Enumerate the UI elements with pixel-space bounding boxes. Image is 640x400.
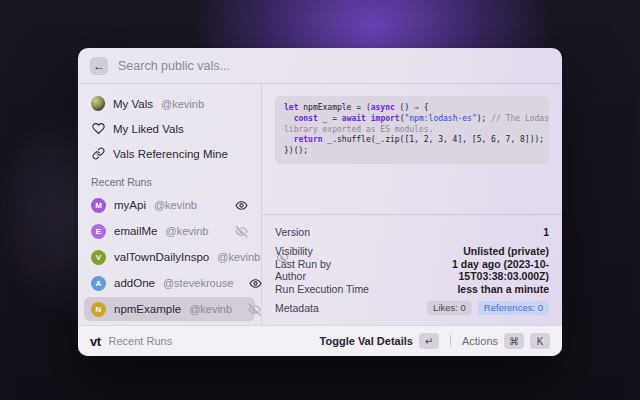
recent-runs-heading: Recent Runs xyxy=(91,176,248,188)
user-handle: @kevinb xyxy=(165,225,208,237)
val-avatar: V xyxy=(91,250,106,265)
code-line: let npmExample = (async () ⇒ { xyxy=(284,103,540,114)
valtown-logo: vt xyxy=(90,334,101,349)
eye-off-icon xyxy=(248,303,261,316)
footer-context-label: Recent Runs xyxy=(109,335,173,347)
detail-row-metadata: MetadataLikes: 0References: 0 xyxy=(275,298,549,317)
val-avatar: M xyxy=(91,198,106,213)
code-line: return _.shuffle(_.zip([1, 2, 3, 4], [5,… xyxy=(284,135,540,146)
val-details-table: Version1VisibilityUnlisted (private)Last… xyxy=(262,214,562,325)
code-line: })(); xyxy=(284,146,540,157)
detail-value: 1 day ago (2023-10-15T03:38:03.000Z) xyxy=(363,258,549,282)
val-name: npmExample xyxy=(114,303,181,315)
user-handle: @kevinb xyxy=(161,98,204,110)
detail-value: Unlisted (private) xyxy=(463,245,549,257)
val-detail-panel: let npmExample = (async () ⇒ { const _ =… xyxy=(262,84,562,325)
actions-label: Actions xyxy=(462,335,498,347)
code-preview: let npmExample = (async () ⇒ { const _ =… xyxy=(275,96,549,164)
heart-icon xyxy=(91,122,105,136)
sidebar-item-vals-referencing-mine[interactable]: Vals Referencing Mine xyxy=(84,141,255,166)
sidebar-item-label: My Vals xyxy=(113,98,153,110)
command-palette-window: ← My Vals@kevinbMy Liked ValsVals Refere… xyxy=(78,48,562,356)
recent-run-item-valTownDailyInspo[interactable]: VvalTownDailyInspo@kevinb xyxy=(84,245,255,269)
sidebar-item-label: Vals Referencing Mine xyxy=(113,148,228,160)
eye-icon xyxy=(249,277,262,290)
detail-label: Last Run by Author xyxy=(275,258,363,282)
recent-run-item-npmExample[interactable]: NnpmExample@kevinb xyxy=(84,297,255,321)
val-name: valTownDailyInspo xyxy=(114,251,209,263)
recent-run-item-myApi[interactable]: MmyApi@kevinb xyxy=(84,193,255,217)
detail-value: less than a minute xyxy=(457,283,549,295)
search-input[interactable] xyxy=(118,59,550,73)
sidebar-item-label: My Liked Vals xyxy=(113,123,184,135)
actions-button[interactable]: Actions ⌘ K xyxy=(462,333,550,349)
references-badge[interactable]: References: 0 xyxy=(478,301,549,315)
command-key-icon: ⌘ xyxy=(504,333,524,349)
val-name: emailMe xyxy=(114,225,157,237)
val-avatar: N xyxy=(91,302,106,317)
detail-label: Metadata xyxy=(275,302,319,314)
code-line: library exported as ES modules. xyxy=(284,125,540,136)
user-handle: @stevekrouse xyxy=(163,277,233,289)
detail-row-version: Version1 xyxy=(275,222,549,241)
search-bar: ← xyxy=(78,48,562,84)
code-line: const _ = await import("npm:lodash-es");… xyxy=(284,114,540,125)
val-avatar: A xyxy=(91,276,106,291)
recent-runs-list: MmyApi@kevinbEemailMe@kevinbVvalTownDail… xyxy=(84,193,255,323)
sidebar: My Vals@kevinbMy Liked ValsVals Referenc… xyxy=(78,84,262,325)
user-handle: @kevinb xyxy=(154,199,197,211)
detail-value: 1 xyxy=(543,226,549,238)
footer-bar: vt Recent Runs Toggle Val Details ↵ Acti… xyxy=(78,325,562,356)
val-name: addOne xyxy=(114,277,155,289)
toggle-val-details-button[interactable]: Toggle Val Details ↵ xyxy=(320,333,439,349)
main-area: My Vals@kevinbMy Liked ValsVals Referenc… xyxy=(78,84,562,325)
recent-run-item-emailMe[interactable]: EemailMe@kevinb xyxy=(84,219,255,243)
likes-badge: Likes: 0 xyxy=(427,301,472,315)
sidebar-item-my-liked-vals[interactable]: My Liked Vals xyxy=(84,116,255,141)
val-name: myApi xyxy=(114,199,146,211)
detail-row-last-run-by-author: Last Run by Author1 day ago (2023-10-15T… xyxy=(275,260,549,279)
back-arrow-icon: ← xyxy=(93,59,105,73)
link-icon xyxy=(91,147,105,161)
eye-off-icon xyxy=(235,225,248,238)
enter-key-icon: ↵ xyxy=(419,333,439,349)
detail-label: Run Execution Time xyxy=(275,283,369,295)
eye-icon xyxy=(235,199,248,212)
detail-label: Visibility xyxy=(275,245,313,257)
user-handle: @kevinb xyxy=(217,251,260,263)
detail-label: Version xyxy=(275,226,310,238)
toggle-val-details-label: Toggle Val Details xyxy=(320,335,413,347)
recent-run-item-addOne[interactable]: AaddOne@stevekrouse xyxy=(84,271,255,295)
back-button[interactable]: ← xyxy=(90,57,108,75)
footer-divider xyxy=(450,335,451,347)
detail-row-run-execution-time: Run Execution Timeless than a minute xyxy=(275,279,549,298)
user-handle: @kevinb xyxy=(189,303,232,315)
sidebar-nav: My Vals@kevinbMy Liked ValsVals Referenc… xyxy=(84,91,255,166)
k-key-icon: K xyxy=(530,333,550,349)
val-avatar: E xyxy=(91,224,106,239)
sidebar-item-my-vals[interactable]: My Vals@kevinb xyxy=(84,91,255,116)
user-avatar xyxy=(91,97,105,111)
